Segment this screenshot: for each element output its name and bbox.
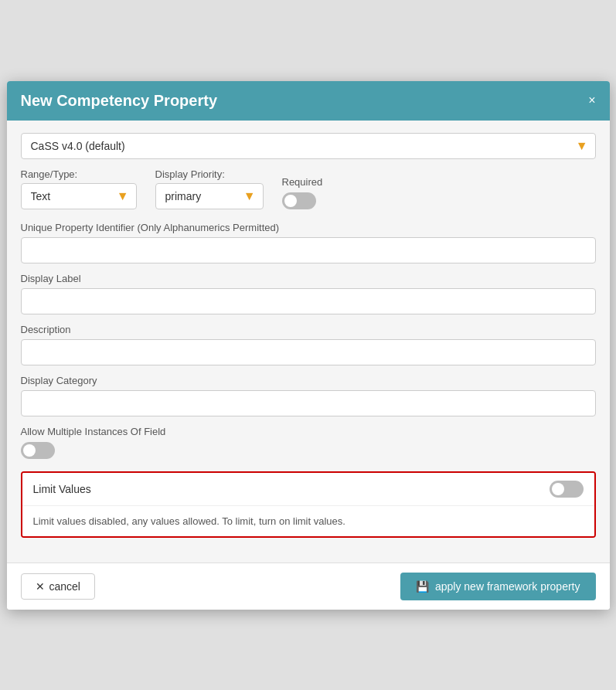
new-competency-property-modal: New Competency Property × CaSS v4.0 (def… [7,81,610,610]
display-label-section: Display Label [21,273,596,314]
range-type-select[interactable]: TextNumberBooleanDate [21,183,137,209]
cancel-button[interactable]: ✕ cancel [21,573,95,600]
allow-multiple-toggle[interactable] [21,442,55,459]
required-toggle-slider [282,192,316,209]
display-priority-select-wrapper: primarysecondarytertiary ▼ [155,183,264,209]
required-label: Required [282,176,323,188]
unique-property-label: Unique Property Identifier (Only Alphanu… [21,222,596,233]
range-type-label: Range/Type: [21,168,137,180]
required-group: Required [282,176,323,209]
apply-label: apply new framework property [435,580,580,593]
cancel-x-icon: ✕ [36,580,45,593]
cancel-label: cancel [49,580,80,593]
unique-property-input[interactable] [21,237,596,263]
modal-title: New Competency Property [21,92,218,110]
limit-values-body: Limit values disabled, any values allowe… [22,506,594,536]
limit-values-toggle-slider [550,481,584,498]
display-category-input[interactable] [21,390,596,416]
unique-property-section: Unique Property Identifier (Only Alphanu… [21,222,596,263]
modal-footer: ✕ cancel 💾 apply new framework property [7,563,610,610]
description-label: Description [21,324,596,335]
fields-row: Range/Type: TextNumberBooleanDate ▼ Disp… [21,168,596,209]
limit-values-toggle[interactable] [550,481,584,498]
save-icon: 💾 [416,580,429,593]
display-category-label: Display Category [21,375,596,386]
display-priority-group: Display Priority: primarysecondarytertia… [155,168,264,209]
limit-values-label: Limit Values [33,483,91,495]
limit-values-header: Limit Values [22,473,594,506]
display-label-input[interactable] [21,288,596,314]
framework-select-wrapper: CaSS v4.0 (default) ▼ [21,133,596,159]
framework-select[interactable]: CaSS v4.0 (default) [21,133,596,159]
display-label-label: Display Label [21,273,596,284]
display-priority-label: Display Priority: [155,168,264,180]
limit-values-box: Limit Values Limit values disabled, any … [21,471,596,538]
range-type-select-wrapper: TextNumberBooleanDate ▼ [21,183,137,209]
close-button[interactable]: × [588,94,595,107]
modal-header: New Competency Property × [7,81,610,121]
required-toggle[interactable] [282,192,316,209]
description-input[interactable] [21,339,596,365]
allow-multiple-toggle-slider [21,442,55,459]
apply-button[interactable]: 💾 apply new framework property [400,573,596,600]
display-priority-select[interactable]: primarysecondarytertiary [155,183,264,209]
description-section: Description [21,324,596,365]
limit-values-description: Limit values disabled, any values allowe… [33,515,345,527]
allow-multiple-section: Allow Multiple Instances Of Field [21,426,596,459]
framework-select-row: CaSS v4.0 (default) ▼ [21,133,596,159]
range-type-group: Range/Type: TextNumberBooleanDate ▼ [21,168,137,209]
allow-multiple-label: Allow Multiple Instances Of Field [21,426,596,437]
modal-body: CaSS v4.0 (default) ▼ Range/Type: TextNu… [7,121,610,563]
display-category-section: Display Category [21,375,596,416]
